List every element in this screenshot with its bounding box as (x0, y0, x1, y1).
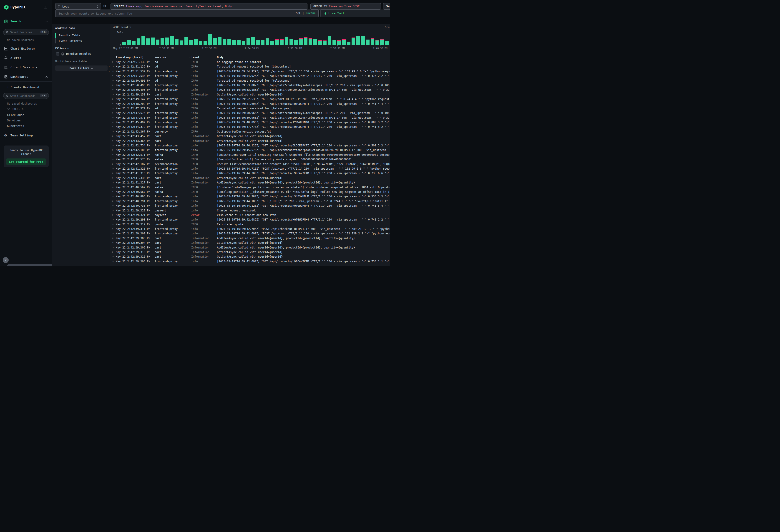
event-search-box[interactable]: SQL | Lucene (55, 9, 319, 17)
table-row[interactable]: > May 22 2:42:41.325 PM frontend-proxy i… (110, 166, 390, 171)
histogram-bar[interactable] (256, 40, 260, 45)
source-select[interactable]: Logs (55, 3, 101, 9)
histogram-bar[interactable] (275, 39, 279, 45)
table-row[interactable]: > May 22 2:42:47.571 PM frontend-proxy i… (110, 115, 390, 120)
histogram-bar[interactable] (385, 41, 389, 45)
row-expand-chevron[interactable]: > (112, 79, 116, 83)
row-expand-chevron[interactable]: > (112, 231, 116, 236)
histogram-bar[interactable] (237, 40, 241, 45)
row-expand-chevron[interactable]: > (112, 222, 116, 227)
histogram-bar[interactable] (251, 37, 255, 45)
table-row[interactable]: > May 22 2:42:40.895 PM frontend-proxy i… (110, 194, 390, 199)
row-expand-chevron[interactable]: > (112, 120, 116, 125)
table-row[interactable]: > May 22 2:42:40.567 PM kafka INFO [Prod… (110, 185, 390, 190)
table-row[interactable]: > May 22 2:42:39.298 PM frontend-proxy i… (110, 217, 390, 222)
histogram-bar[interactable] (151, 38, 155, 45)
table-row[interactable]: > May 22 2:42:40.733 PM frontend-proxy i… (110, 203, 390, 208)
histogram-bar[interactable] (213, 38, 217, 45)
row-expand-chevron[interactable]: > (112, 250, 116, 254)
table-row[interactable]: > May 22 2:42:39.303 PM cart Information… (110, 236, 390, 241)
row-expand-chevron[interactable]: > (112, 203, 116, 208)
row-expand-chevron[interactable]: > (112, 102, 116, 106)
histogram-bar[interactable] (137, 38, 140, 45)
row-expand-chevron[interactable]: > (112, 241, 116, 245)
column-resize-handle[interactable]: ⋮ (214, 55, 216, 58)
table-row[interactable]: > May 22 2:42:51.537 PM frontend-proxy i… (110, 69, 390, 74)
sidebar-item-alerts[interactable]: Alerts (0, 56, 52, 61)
histogram-bar[interactable] (294, 40, 298, 45)
histogram-bar[interactable] (232, 40, 236, 45)
sidebar-item-client-sessions[interactable]: Client Sessions (0, 65, 52, 70)
histogram-bar[interactable] (290, 39, 293, 45)
row-expand-chevron[interactable]: > (112, 254, 116, 259)
row-expand-chevron[interactable]: > (112, 92, 116, 97)
histogram-bar[interactable] (304, 37, 307, 45)
histogram-bar[interactable] (132, 41, 136, 45)
histogram-bar[interactable] (285, 37, 288, 45)
sidebar-item-team-settings[interactable]: ⚙ Team Settings (0, 133, 52, 138)
saved-searches-input[interactable] (10, 30, 36, 35)
table-row[interactable]: > May 22 2:42:40.791 PM frontend-proxy i… (110, 199, 390, 203)
select-columns-input[interactable]: SELECT Timestamp, ServiceName as service… (110, 3, 307, 9)
histogram-bar[interactable] (361, 36, 365, 45)
table-row[interactable]: > May 22 2:42:47.573 PM frontend-proxy i… (110, 111, 390, 115)
table-row[interactable]: > May 22 2:42:49.151 PM cart Information… (110, 92, 390, 97)
table-row[interactable]: > May 22 2:42:42.183 PM frontend-proxy i… (110, 148, 390, 152)
histogram-bar[interactable] (380, 39, 384, 45)
histogram-bar[interactable] (299, 38, 303, 45)
order-by-input[interactable]: ORDER BY TimestampTime DESC (310, 3, 381, 9)
get-started-button[interactable]: Get Started for Free (6, 158, 46, 165)
table-row[interactable]: > May 22 2:42:50.498 PM ad INFO Targeted… (110, 79, 390, 83)
row-expand-chevron[interactable]: > (112, 176, 116, 180)
table-row[interactable]: > May 22 2:42:42.187 PM recommendation I… (110, 162, 390, 166)
table-row[interactable]: > May 22 2:42:43.365 PM cart Information… (110, 139, 390, 143)
row-expand-chevron[interactable]: > (112, 111, 116, 115)
histogram-bar[interactable] (160, 38, 164, 45)
search-input[interactable] (58, 11, 284, 16)
column-header-service[interactable]: service (155, 55, 191, 59)
row-expand-chevron[interactable]: > (112, 194, 116, 199)
histogram-bar[interactable] (208, 34, 212, 45)
table-row[interactable]: > May 22 2:42:39.317 PM quote INFO Calcu… (110, 222, 390, 227)
preset-item[interactable]: Kubernetes (0, 123, 52, 129)
row-expand-chevron[interactable]: > (112, 227, 116, 231)
table-row[interactable]: > May 22 2:42:39.311 PM frontend-proxy i… (110, 227, 390, 231)
row-expand-chevron[interactable]: > (112, 245, 116, 250)
table-row[interactable]: > May 22 2:42:40.567 PM kafka INFO [Loca… (110, 190, 390, 194)
histogram-bar[interactable] (170, 36, 174, 45)
row-expand-chevron[interactable]: > (112, 97, 116, 101)
row-expand-chevron[interactable]: > (112, 60, 116, 64)
table-row[interactable]: > May 22 2:42:41.330 PM cart Information… (110, 176, 390, 180)
row-expand-chevron[interactable]: > (112, 185, 116, 190)
histogram-bar[interactable] (366, 40, 370, 45)
table-row[interactable]: > May 22 2:42:51.534 PM frontend-proxy i… (110, 74, 390, 78)
histogram-bar[interactable] (123, 42, 126, 45)
row-expand-chevron[interactable]: > (112, 129, 116, 134)
table-row[interactable]: > May 22 2:42:39.308 PM frontend-proxy i… (110, 231, 390, 236)
row-expand-chevron[interactable]: > (112, 208, 116, 213)
table-row[interactable]: > May 22 2:42:49.147 PM frontend-proxy i… (110, 97, 390, 101)
results-histogram[interactable] (123, 34, 389, 45)
table-row[interactable]: > May 22 2:42:39.310 PM cart Information… (110, 250, 390, 254)
histogram-bar[interactable] (146, 38, 150, 45)
histogram-bar[interactable] (356, 36, 360, 45)
row-expand-chevron[interactable]: > (112, 69, 116, 74)
histogram-bar[interactable] (223, 39, 226, 45)
histogram-bar[interactable] (308, 38, 312, 45)
row-expand-chevron[interactable]: > (112, 171, 116, 176)
histogram-bar[interactable] (189, 40, 193, 45)
histogram-bar[interactable] (242, 41, 245, 45)
row-expand-chevron[interactable]: > (112, 213, 116, 217)
column-header-timestamp[interactable]: Timestamp (Local) (116, 55, 155, 59)
lucene-mode-button[interactable]: Lucene (306, 12, 315, 15)
histogram-bar[interactable] (265, 38, 269, 45)
preset-item[interactable]: ClickHouse (0, 112, 52, 118)
row-expand-chevron[interactable]: > (112, 199, 116, 203)
histogram-bar[interactable] (127, 40, 131, 45)
row-expand-chevron[interactable]: > (112, 115, 116, 120)
histogram-bar[interactable] (184, 37, 188, 45)
histogram-bar[interactable] (271, 41, 274, 45)
denoise-checkbox[interactable] (56, 52, 59, 55)
table-row[interactable]: > May 22 2:42:50.496 PM frontend-proxy i… (110, 83, 390, 88)
sql-mode-button[interactable]: SQL (296, 12, 301, 15)
